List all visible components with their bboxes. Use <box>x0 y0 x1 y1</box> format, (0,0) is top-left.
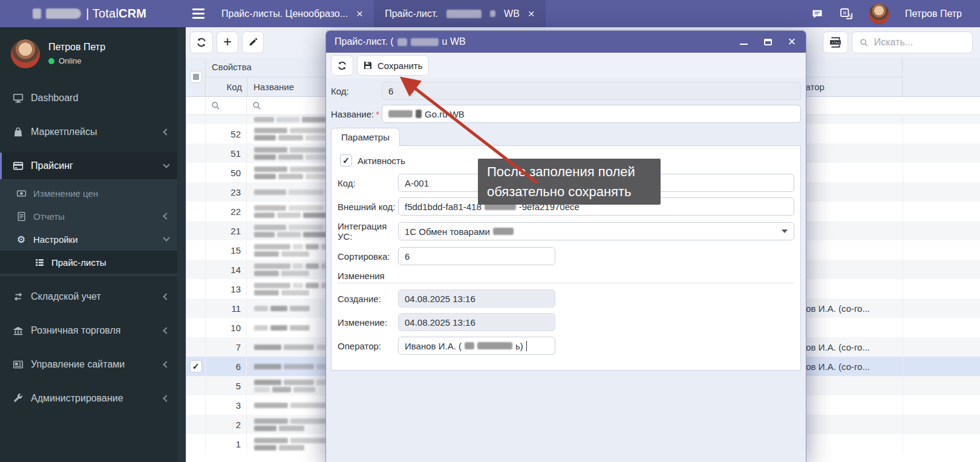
created-label: Создание: <box>338 294 398 304</box>
row-code: 11 <box>206 299 247 318</box>
modal-refresh-button[interactable] <box>331 55 353 76</box>
row-code: 5 <box>206 376 247 395</box>
export-xlsx-button[interactable]: xlsx <box>823 31 848 53</box>
tab-parameters[interactable]: Параметры <box>331 128 400 146</box>
svg-text:я: я <box>843 9 846 16</box>
hamburger-menu-icon[interactable] <box>192 0 204 27</box>
column-header-code[interactable]: Код <box>206 82 247 92</box>
row-checkbox-cell[interactable]: ✓ <box>186 376 206 395</box>
list-icon <box>34 257 45 268</box>
sidebar-user-avatar[interactable] <box>11 39 40 68</box>
bank-icon <box>13 325 24 336</box>
row-checkbox-cell[interactable]: ✓ <box>186 434 206 454</box>
minimize-icon[interactable] <box>738 36 749 47</box>
sidebar-user-panel: Петров Петр Online <box>0 27 177 80</box>
row-checkbox-cell[interactable]: ✓ <box>186 240 206 260</box>
row-code: 14 <box>206 260 247 279</box>
select-all-cell[interactable] <box>186 58 206 96</box>
name-input[interactable]: Go.ru WB <box>382 105 801 123</box>
sidebar-item-price-lists[interactable]: Прайс-листы <box>0 251 177 274</box>
close-tab-icon[interactable]: × <box>528 8 535 19</box>
sidebar-item-retail[interactable]: Розничная торговля <box>0 317 177 344</box>
close-tab-icon[interactable]: × <box>356 8 363 19</box>
row-code: 22 <box>206 202 247 221</box>
row-checkbox-cell[interactable]: ✓ <box>186 182 206 202</box>
add-button[interactable]: + <box>217 31 238 53</box>
row-checkbox-cell[interactable]: ✓ <box>186 318 206 337</box>
tab-price-list-detail[interactable]: Прайс-лист. WB × <box>374 0 546 27</box>
brand-logo-redacted <box>46 8 81 19</box>
sidebar-item-price-change[interactable]: Изменение цен <box>0 182 177 205</box>
tab-title-redacted <box>446 10 482 18</box>
search-input[interactable] <box>874 37 965 48</box>
messages-icon[interactable] <box>811 7 824 21</box>
integration-select[interactable]: 1С Обмен товарами <box>398 222 794 240</box>
row-code: 10 <box>206 318 247 337</box>
chevron-left-icon <box>163 361 169 368</box>
topbar: | TotalCRM Прайс-листы. Ценообразо... × … <box>0 0 980 27</box>
user-avatar[interactable] <box>869 4 889 24</box>
edit-button[interactable] <box>242 31 264 53</box>
name-redacted <box>416 110 422 118</box>
row-checkbox-cell[interactable]: ✓ <box>186 415 206 434</box>
row-checkbox-cell[interactable]: ✓ <box>186 124 206 144</box>
sidebar-item-pricing[interactable]: Прайсинг <box>0 153 177 179</box>
user-status: Online <box>48 56 105 65</box>
sidebar-item-dashboard[interactable]: Dashboard <box>0 85 177 111</box>
row-checkbox-cell[interactable]: ✓ <box>186 260 206 279</box>
sidebar-item-administration[interactable]: Администрирование <box>0 385 177 412</box>
row-code: 6 <box>206 357 247 376</box>
row-checkbox-cell[interactable]: ✓ <box>186 144 206 163</box>
save-icon <box>363 61 373 70</box>
search-icon <box>252 101 261 110</box>
row-checkbox-cell[interactable]: ✓ <box>186 337 206 357</box>
filter-code[interactable] <box>206 97 247 114</box>
sidebar: Петров Петр Online Dashboard Маркетплейс… <box>0 27 177 462</box>
save-hint-tooltip: После заполения полей обязательно сохран… <box>478 159 661 205</box>
chevron-left-icon <box>163 395 169 401</box>
document-icon <box>16 211 27 222</box>
sidebar-item-settings[interactable]: ⚙ Настройки <box>0 228 177 251</box>
activity-checkbox[interactable]: ✓ <box>340 154 352 167</box>
translate-icon[interactable]: яA <box>840 7 853 21</box>
row-checkbox-cell[interactable]: ✓ <box>186 163 206 182</box>
newspaper-icon <box>13 359 24 370</box>
modal-tabs: Параметры <box>331 128 801 146</box>
sidebar-item-marketplaces[interactable]: Маркетплейсы <box>0 119 177 145</box>
operator-redacted <box>465 342 474 349</box>
required-asterisk: * <box>376 109 379 119</box>
row-checkbox-cell[interactable]: ✓ <box>186 279 206 299</box>
changes-section-heading: Изменения <box>338 271 794 281</box>
operator-label: Оператор: <box>338 341 398 351</box>
maximize-icon[interactable] <box>762 36 773 47</box>
row-checkbox[interactable]: ✓ <box>190 360 202 372</box>
refresh-button[interactable] <box>190 31 213 53</box>
svg-text:xlsx: xlsx <box>831 41 840 45</box>
row-checkbox-cell[interactable]: ✓ <box>186 395 206 415</box>
sidebar-user-name: Петров Петр <box>48 42 105 53</box>
row-checkbox-cell[interactable]: ✓ <box>186 115 206 124</box>
wrench-icon <box>13 393 24 404</box>
sidebar-item-reports[interactable]: Отчеты <box>0 205 177 228</box>
operator-input[interactable]: Иванов И.А. ( ь) <box>398 337 555 355</box>
row-checkbox-cell[interactable]: ✓ <box>186 202 206 221</box>
row-checkbox-cell[interactable]: ✓ <box>186 221 206 240</box>
sort-input[interactable]: 6 <box>398 247 555 265</box>
brand-name: | TotalCRM <box>86 7 146 21</box>
select-all-checkbox[interactable] <box>190 71 202 83</box>
app-screen: | TotalCRM Прайс-листы. Ценообразо... × … <box>0 0 980 462</box>
save-button[interactable]: Сохранить <box>357 55 429 76</box>
modal-header[interactable]: Прайс-лист. ( u WB × <box>326 31 806 53</box>
sidebar-item-sites[interactable]: Управление сайтами <box>0 351 177 378</box>
row-checkbox-cell[interactable]: ✓ <box>186 357 206 376</box>
dropdown-caret-icon <box>782 229 788 233</box>
monitor-icon <box>13 93 24 104</box>
close-icon[interactable]: × <box>786 36 797 47</box>
tab-price-lists[interactable]: Прайс-листы. Ценообразо... × <box>211 0 374 27</box>
integration-label: Интеграция УС: <box>338 221 398 242</box>
row-checkbox-cell[interactable]: ✓ <box>186 299 206 318</box>
row-code: 23 <box>206 182 247 202</box>
sidebar-item-warehouse[interactable]: Складской учет <box>0 283 177 310</box>
shopping-bag-icon <box>13 127 24 137</box>
topbar-user-name[interactable]: Петров Петр <box>905 8 962 19</box>
